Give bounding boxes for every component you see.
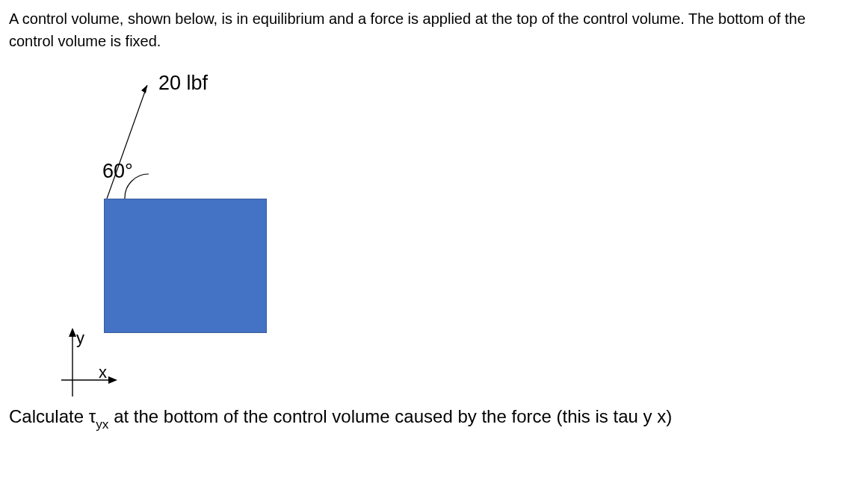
question-part1: Calculate — [9, 406, 89, 426]
angle-label: 60° — [102, 160, 133, 183]
tau-symbol: τ — [89, 406, 96, 426]
question-text: Calculate τyx at the bottom of the contr… — [9, 405, 837, 432]
y-axis-label: y — [76, 329, 84, 348]
tau-subscript: yx — [96, 417, 108, 432]
problem-statement: A control volume, shown below, is in equ… — [9, 7, 837, 52]
svg-marker-5 — [108, 376, 117, 384]
force-label: 20 lbf — [158, 72, 208, 95]
svg-marker-1 — [141, 85, 147, 93]
x-axis-label: x — [99, 363, 107, 382]
figure: 20 lbf 60° y x — [9, 72, 323, 400]
svg-marker-3 — [69, 328, 76, 337]
question-part2: at the bottom of the control volume caus… — [108, 406, 672, 426]
control-volume-box — [104, 199, 267, 333]
